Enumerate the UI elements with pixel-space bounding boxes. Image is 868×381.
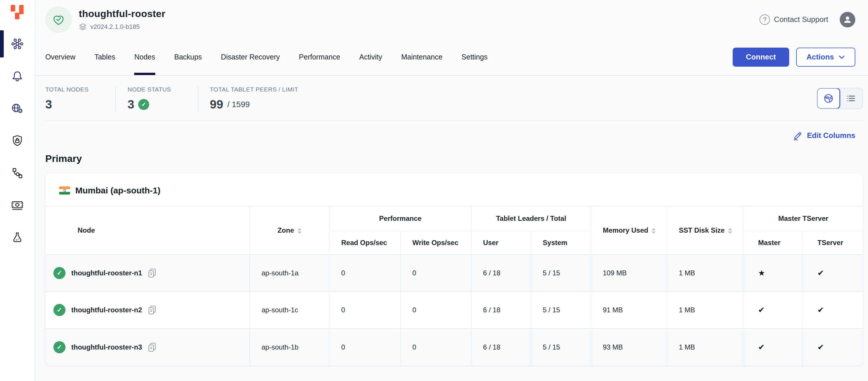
tab-disaster-recovery[interactable]: Disaster Recovery bbox=[221, 39, 280, 75]
col-header-read-ops: Read Ops/sec bbox=[329, 231, 400, 255]
node-name-link[interactable]: thoughtful-rooster-n1 bbox=[71, 269, 142, 277]
actions-button-label: Actions bbox=[807, 53, 834, 61]
edit-columns-label: Edit Columns bbox=[807, 131, 855, 140]
chevron-down-icon bbox=[839, 55, 845, 59]
col-group-master-tserver: Master TServer bbox=[743, 206, 863, 231]
india-flag-icon bbox=[59, 186, 70, 195]
tab-overview[interactable]: Overview bbox=[45, 39, 75, 75]
col-header-node: Node bbox=[45, 206, 250, 255]
stat-tablet-peers-label: TOTAL TABLET PEERS / LIMIT bbox=[210, 86, 298, 93]
cell-system-tablets: 5 / 15 bbox=[531, 255, 591, 292]
tab-tables[interactable]: Tables bbox=[94, 39, 115, 75]
tab-nodes[interactable]: Nodes bbox=[134, 39, 155, 75]
sidebar-item-labs[interactable] bbox=[0, 222, 35, 254]
cell-write-ops: 0 bbox=[401, 328, 471, 365]
stat-total-nodes-label: TOTAL NODES bbox=[45, 86, 116, 93]
node-name-link[interactable]: thoughtful-rooster-n2 bbox=[71, 306, 142, 314]
cell-tserver-check-icon: ✔ bbox=[803, 292, 863, 328]
copy-icon[interactable] bbox=[148, 268, 156, 278]
integrations-flow-icon bbox=[11, 167, 24, 179]
table-row-node-3: ✓ thoughtful-rooster-n3 bbox=[45, 328, 863, 365]
cell-tserver-check-icon: ✔ bbox=[803, 255, 863, 292]
cell-zone: ap-south-1b bbox=[250, 328, 329, 365]
cell-sst-disk-size: 1 MB bbox=[667, 328, 743, 365]
node-healthy-icon: ✓ bbox=[53, 341, 65, 353]
cell-write-ops: 0 bbox=[401, 255, 471, 292]
cluster-health-badge bbox=[45, 6, 72, 33]
sidebar-item-network[interactable] bbox=[0, 92, 35, 125]
version-label: v2024.2.1.0-b185 bbox=[90, 23, 140, 31]
stat-node-status-label: NODE STATUS bbox=[128, 86, 198, 93]
sidebar-item-alerts[interactable] bbox=[0, 60, 35, 92]
tab-backups[interactable]: Backups bbox=[174, 39, 202, 75]
stat-node-status: NODE STATUS 3 ✓ bbox=[116, 86, 198, 111]
sidebar-item-clusters[interactable] bbox=[0, 28, 35, 60]
copy-icon[interactable] bbox=[148, 305, 156, 315]
tab-activity[interactable]: Activity bbox=[359, 39, 382, 75]
pencil-icon bbox=[793, 130, 803, 140]
cell-sst-disk-size: 1 MB bbox=[667, 292, 743, 328]
contact-support-button[interactable]: ? Contact Support bbox=[760, 14, 828, 25]
security-shield-lock-icon bbox=[11, 135, 24, 147]
user-avatar[interactable] bbox=[840, 12, 855, 27]
cell-read-ops: 0 bbox=[329, 255, 400, 292]
map-view-toggle[interactable] bbox=[817, 88, 840, 109]
edit-columns-button[interactable]: Edit Columns bbox=[793, 130, 855, 140]
cluster-meta: thoughtful-rooster v2024.2.1.0-b185 bbox=[79, 8, 165, 31]
col-group-tablet-leaders: Tablet Leaders / Total bbox=[471, 206, 591, 231]
col-header-user: User bbox=[471, 231, 531, 255]
tab-performance[interactable]: Performance bbox=[299, 39, 340, 75]
table-row-node-2: ✓ thoughtful-rooster-n2 bbox=[45, 292, 863, 328]
stat-tablet-peers: TOTAL TABLET PEERS / LIMIT 99 / 1599 bbox=[198, 86, 298, 111]
copy-icon[interactable] bbox=[148, 342, 156, 352]
alerts-bell-icon bbox=[11, 70, 24, 83]
content: TOTAL NODES 3 NODE STATUS 3 ✓ TOTAL TABL… bbox=[35, 76, 868, 381]
sidebar-item-billing[interactable] bbox=[0, 189, 35, 222]
sort-icon bbox=[728, 228, 732, 234]
tab-maintenance[interactable]: Maintenance bbox=[401, 39, 442, 75]
stat-tablet-peers-value: 99 bbox=[210, 97, 223, 111]
col-header-system: System bbox=[531, 231, 591, 255]
cell-master-leader-star-icon: ★ bbox=[743, 255, 803, 292]
region-card-header: Mumbai (ap-south-1) bbox=[45, 173, 863, 206]
tab-settings[interactable]: Settings bbox=[461, 39, 487, 75]
list-view-toggle[interactable] bbox=[840, 88, 862, 109]
stat-tablet-peers-limit: / 1599 bbox=[227, 100, 250, 109]
help-icon: ? bbox=[760, 14, 770, 25]
node-healthy-icon: ✓ bbox=[53, 304, 65, 316]
billing-banknote-icon bbox=[11, 199, 24, 212]
sidebar-nav bbox=[0, 28, 35, 254]
actions-button[interactable]: Actions bbox=[796, 48, 855, 67]
col-header-memory-used[interactable]: Memory Used bbox=[591, 206, 667, 255]
sidebar bbox=[0, 0, 35, 381]
yugabyte-logo[interactable] bbox=[10, 4, 25, 20]
cell-user-tablets: 6 / 18 bbox=[471, 328, 531, 365]
cell-write-ops: 0 bbox=[401, 292, 471, 328]
tab-actions: Connect Actions bbox=[733, 39, 855, 75]
stat-total-nodes: TOTAL NODES 3 bbox=[45, 86, 116, 111]
stat-total-nodes-value: 3 bbox=[45, 97, 52, 111]
col-header-write-ops: Write Ops/sec bbox=[401, 231, 471, 255]
cell-master-check-icon: ✔ bbox=[743, 292, 803, 328]
col-header-sst-disk-size[interactable]: SST Disk Size bbox=[667, 206, 743, 255]
cell-memory-used: 91 MB bbox=[591, 292, 667, 328]
connect-button[interactable]: Connect bbox=[733, 48, 789, 67]
cluster-identity: thoughtful-rooster v2024.2.1.0-b185 bbox=[45, 6, 165, 33]
nodes-table: Node Zone Performance Tablet Leaders / T… bbox=[45, 206, 863, 365]
sort-icon bbox=[298, 228, 302, 234]
node-name-link[interactable]: thoughtful-rooster-n3 bbox=[71, 343, 142, 351]
col-header-zone[interactable]: Zone bbox=[250, 206, 329, 255]
sidebar-item-integrations[interactable] bbox=[0, 157, 35, 189]
heart-check-icon bbox=[52, 13, 65, 27]
table-row-node-1: ✓ thoughtful-rooster-n1 bbox=[45, 255, 863, 292]
cell-tserver-check-icon: ✔ bbox=[803, 328, 863, 365]
list-view-icon bbox=[845, 93, 857, 104]
network-globe-gear-icon bbox=[11, 102, 24, 115]
section-title-primary: Primary bbox=[45, 153, 863, 164]
contact-support-label: Contact Support bbox=[774, 15, 828, 24]
sidebar-item-security[interactable] bbox=[0, 125, 35, 157]
node-healthy-icon: ✓ bbox=[53, 267, 65, 279]
stats-strip: TOTAL NODES 3 NODE STATUS 3 ✓ TOTAL TABL… bbox=[45, 76, 863, 121]
tab-bar: Overview Tables Nodes Backups Disaster R… bbox=[35, 39, 868, 76]
cell-read-ops: 0 bbox=[329, 328, 400, 365]
